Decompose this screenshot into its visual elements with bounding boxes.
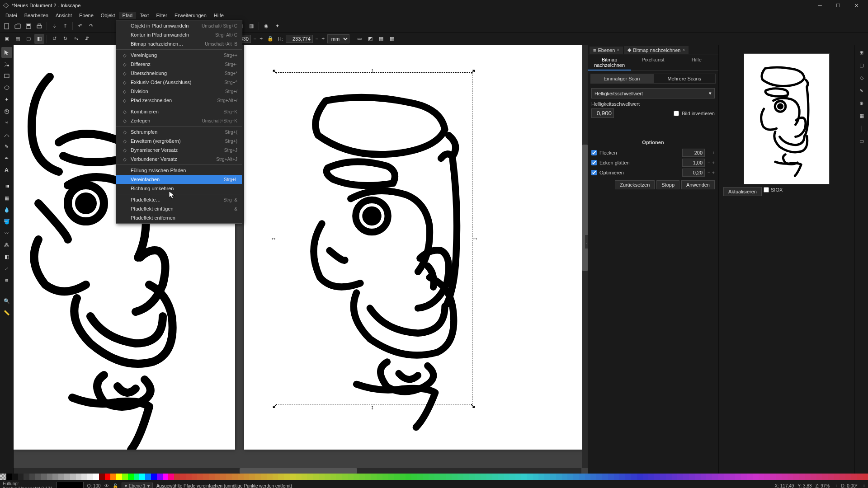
color-swatch[interactable] (556, 474, 562, 480)
color-swatch[interactable] (562, 474, 568, 480)
scan-multi[interactable]: Mehrere Scans (653, 74, 716, 84)
menu-item-objekt-in-pfad-umwandeln[interactable]: Objekt in Pfad umwandelnUmschalt+Strg+C (116, 21, 242, 30)
color-swatch[interactable] (76, 474, 82, 480)
layer-selector[interactable]: ▾ Ebene 1 ▾ (122, 483, 153, 488)
unit-select[interactable]: mm (327, 34, 349, 43)
scale-handle-ne[interactable]: ↗ (470, 68, 476, 75)
height-input[interactable] (286, 35, 313, 43)
color-swatch[interactable] (822, 474, 828, 480)
fill-swatch[interactable] (57, 482, 84, 488)
star-tool[interactable]: ✦ (1, 94, 12, 105)
color-swatch[interactable] (706, 474, 712, 480)
color-swatch[interactable] (192, 474, 198, 480)
color-swatch[interactable] (348, 474, 354, 480)
d-val[interactable]: 0,00° (847, 483, 857, 488)
color-swatch[interactable] (64, 474, 70, 480)
color-swatch[interactable] (47, 474, 53, 480)
snap-grid-icon[interactable]: ▦ (856, 110, 867, 121)
color-swatch[interactable] (648, 474, 654, 480)
color-swatch[interactable] (590, 474, 596, 480)
measure-tool[interactable]: 📏 (1, 307, 12, 318)
menu-item-f-llung-zwischen-pfaden[interactable]: Füllung zwischen Pfaden (116, 166, 242, 175)
color-swatch[interactable] (730, 474, 736, 480)
color-swatch[interactable] (498, 474, 504, 480)
eraser-tool[interactable]: ◧ (1, 251, 12, 262)
color-swatch[interactable] (782, 474, 788, 480)
subtab-pixelart[interactable]: Pixelkunst (631, 55, 675, 70)
tab-bitmap-trace[interactable]: ◆Bitmap nachzeichnen× (624, 46, 689, 54)
scale-handle-w[interactable]: ↔ (270, 235, 277, 242)
menu-objekt[interactable]: Objekt (97, 12, 119, 19)
menu-item-vereinigung[interactable]: ◇VereinigungStrg++ (116, 51, 242, 60)
color-swatch[interactable] (29, 474, 35, 480)
color-swatch[interactable] (226, 474, 232, 480)
calligraphy-tool[interactable]: ✒ (1, 153, 12, 164)
toggle-icon[interactable]: ◧ (34, 34, 44, 44)
lock-layer-icon[interactable]: 🔓 (113, 483, 118, 488)
menu-pfad[interactable]: Pfad (119, 12, 137, 19)
color-swatch[interactable] (614, 474, 620, 480)
color-palette[interactable] (0, 474, 868, 480)
color-swatch[interactable] (307, 474, 313, 480)
smooth-input[interactable]: 1,00 (682, 159, 705, 167)
color-swatch[interactable] (811, 474, 816, 480)
scale-pattern-icon[interactable]: ▩ (387, 34, 397, 44)
color-swatch[interactable] (585, 474, 591, 480)
color-swatch[interactable] (440, 474, 446, 480)
color-swatch[interactable] (377, 474, 382, 480)
color-swatch[interactable] (533, 474, 539, 480)
color-swatch[interactable] (770, 474, 776, 480)
color-swatch[interactable] (446, 474, 452, 480)
rotate-cw-icon[interactable]: ↻ (60, 34, 70, 44)
color-swatch[interactable] (12, 474, 18, 480)
swatch-none[interactable] (0, 474, 6, 480)
color-swatch[interactable] (255, 474, 261, 480)
stop-button[interactable]: Stopp (656, 180, 679, 189)
height-spin[interactable]: −+ (314, 34, 326, 43)
color-swatch[interactable] (863, 474, 868, 480)
color-swatch[interactable] (828, 474, 834, 480)
menu-item-pfadeffekt-einf-gen[interactable]: Pfadeffekt einfügen& (116, 204, 242, 213)
menu-filter[interactable]: Filter (152, 12, 170, 19)
optimize-input[interactable]: 0,20 (682, 169, 705, 177)
color-swatch[interactable] (134, 474, 140, 480)
specks-checkbox[interactable] (591, 150, 597, 155)
menu-ebene[interactable]: Ebene (75, 12, 97, 19)
color-swatch[interactable] (406, 474, 411, 480)
color-swatch[interactable] (631, 474, 637, 480)
scale-handle-se[interactable]: ↘ (470, 402, 476, 409)
opacity-value[interactable]: 100 (93, 483, 101, 488)
color-swatch[interactable] (238, 474, 244, 480)
smooth-spinner[interactable]: − + (708, 160, 715, 165)
menu-item-exklusiv-oder-ausschluss-[interactable]: ◇Exklusiv-Oder (Ausschluss)Strg+^ (116, 78, 242, 87)
color-swatch[interactable] (579, 474, 585, 480)
snap-guide-icon[interactable]: │ (856, 123, 867, 134)
color-swatch[interactable] (139, 474, 145, 480)
bucket-tool[interactable]: 🪣 (1, 216, 12, 227)
color-swatch[interactable] (724, 474, 730, 480)
optimize-checkbox[interactable] (591, 170, 597, 175)
color-swatch[interactable] (845, 474, 851, 480)
color-swatch[interactable] (637, 474, 643, 480)
color-swatch[interactable] (180, 474, 186, 480)
color-swatch[interactable] (492, 474, 498, 480)
smooth-checkbox[interactable] (591, 160, 597, 165)
color-swatch[interactable] (660, 474, 666, 480)
menu-text[interactable]: Text (136, 12, 152, 19)
threshold-input[interactable] (591, 108, 614, 118)
color-swatch[interactable] (793, 474, 799, 480)
color-swatch[interactable] (666, 474, 672, 480)
color-swatch[interactable] (527, 474, 533, 480)
color-swatch[interactable] (325, 474, 330, 480)
color-swatch[interactable] (417, 474, 423, 480)
color-swatch[interactable] (475, 474, 481, 480)
color-swatch[interactable] (521, 474, 527, 480)
scale-corners-icon[interactable]: ◩ (365, 34, 375, 44)
optimize-spinner[interactable]: − + (708, 170, 715, 175)
color-swatch[interactable] (504, 474, 510, 480)
print-icon[interactable] (34, 21, 44, 31)
menu-item-schrumpfen[interactable]: ◇SchrumpfenStrg+( (116, 127, 242, 136)
color-swatch[interactable] (354, 474, 359, 480)
snap-center-icon[interactable]: ⊕ (856, 98, 867, 108)
color-swatch[interactable] (163, 474, 169, 480)
